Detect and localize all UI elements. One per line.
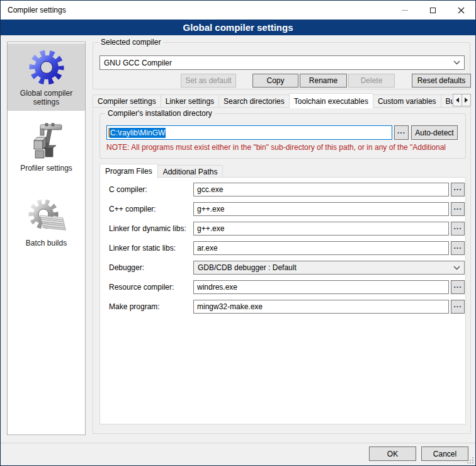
installation-directory-group: Compiler's installation directory C:\ray… [99,113,466,159]
tab-build-options-truncated[interactable]: Builc [441,94,454,108]
tab-scroll-left-button[interactable] [453,94,462,106]
debugger-select[interactable]: GDB/CDB debugger : Default [193,261,465,275]
browse-resource-compiler-button[interactable]: ... [451,280,465,294]
close-icon [458,7,465,14]
field-row: Resource compiler: ... [100,280,465,294]
c-compiler-label: C compiler: [109,185,147,194]
field-row: C compiler: ... [100,183,465,196]
blue-gear-icon [26,47,67,87]
program-files-panel: C compiler: ... C++ compiler: ... Linker… [99,177,466,424]
field-row: Linker for static libs: ... [100,241,465,255]
tab-toolchain-executables[interactable]: Toolchain executables [289,93,373,108]
debugger-select-value: GDB/CDB debugger : Default [198,263,297,272]
group-legend: Compiler's installation directory [105,109,215,118]
compiler-actions: Set as default Copy Rename Delete Reset … [93,74,471,88]
c-compiler-input[interactable] [193,183,449,196]
program-files-subtabs: Program Files Additional Paths [99,163,222,178]
chevron-down-icon [453,266,460,270]
minimize-icon [402,10,408,11]
resize-grip-icon[interactable] [467,457,474,464]
browse-make-program-button[interactable]: ... [451,300,465,314]
compiler-select-value: GNU GCC Compiler [104,59,172,67]
group-legend: Selected compiler [98,38,163,47]
tab-linker-settings[interactable]: Linker settings [161,94,219,108]
window-title: Compiler settings [1,6,66,14]
linker-dynamic-label: Linker for dynamic libs: [109,224,186,233]
subtab-program-files[interactable]: Program Files [99,164,158,178]
gray-gear-stack-icon [26,196,67,237]
tab-compiler-settings[interactable]: Compiler settings [93,94,161,108]
copy-button[interactable]: Copy [252,74,298,88]
directory-note: NOTE: All programs must exist either in … [106,143,475,152]
linker-static-input[interactable] [193,241,449,255]
arrow-left-icon [456,98,459,103]
compiler-settings-dialog: Compiler settings Global compiler settin… [0,0,476,466]
sidebar-item-global-compiler-settings[interactable]: Global compiler settings [8,43,85,111]
field-row: Debugger: GDB/CDB debugger : Default [100,261,465,275]
selected-path-text: C:\raylib\MinGW [110,128,166,138]
browse-linker-static-button[interactable]: ... [451,241,465,255]
make-program-label: Make program: [109,302,160,311]
delete-button[interactable]: Delete [348,74,395,88]
sidebar-item-label: Profiler settings [9,164,84,173]
linker-dynamic-input[interactable] [193,222,449,236]
tab-scroll-buttons [453,94,471,106]
toolchain-executables-panel: Compiler's installation directory C:\ray… [93,107,471,434]
sidebar-item-batch-builds[interactable]: Batch builds [8,193,85,252]
tab-scroll-right-button[interactable] [462,94,471,106]
settings-category-list: Global compiler settings [7,42,86,435]
make-program-input[interactable] [193,300,449,314]
settings-tabstrip: Compiler settings Linker settings Search… [93,93,471,108]
tab-search-directories[interactable]: Search directories [218,94,290,108]
maximize-button[interactable] [419,1,447,20]
linker-static-label: Linker for static libs: [109,244,176,253]
set-as-default-button[interactable]: Set as default [181,74,236,88]
field-row: C++ compiler: ... [100,202,465,216]
sidebar-item-label: Global compiler settings [9,89,84,106]
debugger-label: Debugger: [109,263,144,272]
compiler-select[interactable]: GNU GCC Compiler [99,55,465,70]
footer-divider [1,443,475,443]
cancel-button[interactable]: Cancel [421,446,468,461]
ok-button[interactable]: OK [369,446,416,461]
chevron-down-icon [453,60,460,65]
tab-custom-variables[interactable]: Custom variables [373,94,441,108]
cpp-compiler-label: C++ compiler: [109,205,156,213]
sidebar-item-profiler-settings[interactable]: Profiler settings [8,118,85,177]
minimize-button[interactable] [390,1,419,20]
titlebar: Compiler settings [1,1,475,20]
installation-directory-input[interactable]: C:\raylib\MinGW [106,125,392,140]
auto-detect-button[interactable]: Auto-detect [411,125,458,140]
resource-compiler-input[interactable] [193,280,449,294]
maximize-icon [430,8,436,13]
field-row: Make program: ... [100,300,465,314]
rename-button[interactable]: Rename [300,74,347,88]
cpp-compiler-input[interactable] [193,202,449,216]
reset-defaults-button[interactable]: Reset defaults [412,74,471,88]
subtab-additional-paths[interactable]: Additional Paths [157,165,224,178]
sidebar-item-label: Batch builds [9,239,84,247]
window-controls [390,1,475,20]
resource-compiler-label: Resource compiler: [109,283,174,292]
browse-c-compiler-button[interactable]: ... [451,183,465,196]
browse-linker-dynamic-button[interactable]: ... [451,222,465,236]
page-title: Global compiler settings [1,20,475,35]
arrow-right-icon [465,98,468,103]
caliper-cubes-icon [26,122,67,162]
field-row: Linker for dynamic libs: ... [100,222,465,236]
browse-directory-button[interactable]: ... [394,125,409,140]
browse-cpp-compiler-button[interactable]: ... [451,202,465,216]
selected-compiler-group: Selected compiler GNU GCC Compiler Set a… [93,42,470,89]
close-button[interactable] [447,1,475,20]
